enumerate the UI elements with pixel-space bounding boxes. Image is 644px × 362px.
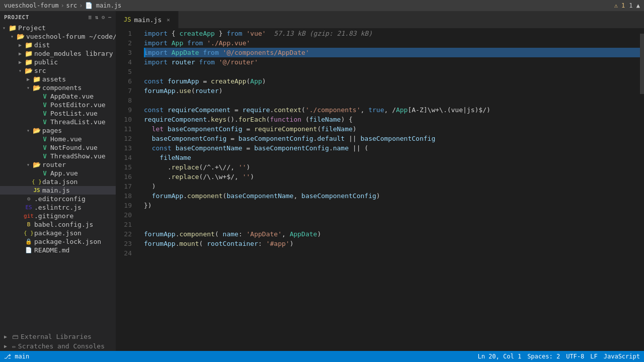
sidebar-item-router[interactable]: ▾📂router xyxy=(0,160,116,169)
tab-main-js[interactable]: JS main.js ✕ xyxy=(116,11,179,28)
line-count: 1 ▲ xyxy=(629,2,640,9)
sidebar-item-App.vue[interactable]: VApp.vue xyxy=(0,169,116,177)
tree-arrow: ▾ xyxy=(16,68,24,73)
line-ending[interactable]: LF xyxy=(590,353,597,360)
spaces[interactable]: Spaces: 2 xyxy=(527,353,560,360)
sidebar-item-src[interactable]: ▾📂src xyxy=(0,66,116,75)
breadcrumb-file: 📄 main.js xyxy=(85,2,122,9)
sidebar-item-scratches[interactable]: ▶ ✏ Scratches and Consoles xyxy=(0,341,116,351)
tree-label: README.md xyxy=(33,246,69,254)
code-line-19: }) xyxy=(144,201,640,210)
line-number-9: 9 xyxy=(116,105,132,115)
breadcrumb: vueschool-forum › src › 📄 main.js xyxy=(4,2,121,9)
sidebar-item-node_modules[interactable]: ▶📁node_modules library root xyxy=(0,49,116,58)
code-line-18: forumApp.component(baseComponentName, ba… xyxy=(144,191,640,201)
sidebar-item-NotFound.vue[interactable]: VNotFound.vue xyxy=(0,143,116,152)
sidebar-item-main.js[interactable]: JSmain.js xyxy=(0,186,116,195)
sidebar-item-package-lock.json[interactable]: 🔒package-lock.json xyxy=(0,237,116,246)
sidebar-item-ThreadShow.vue[interactable]: VThreadShow.vue xyxy=(0,152,116,160)
tree-file-icon: ⚙ xyxy=(24,196,33,202)
line-number-24: 24 xyxy=(116,248,132,258)
tree-label: dist xyxy=(33,41,50,49)
code-lines[interactable]: import { createApp } from 'vue' 57.13 kB… xyxy=(136,29,640,351)
close-sidebar-icon[interactable]: − xyxy=(108,14,112,21)
tree-label: assets xyxy=(41,75,66,83)
tree-file-icon: 📂 xyxy=(32,84,41,92)
code-line-21 xyxy=(144,220,640,229)
tree-file-icon: 📂 xyxy=(24,67,33,74)
sidebar-item-PostList.vue[interactable]: VPostList.vue xyxy=(0,109,116,118)
sidebar-item-.eslintrc.js[interactable]: ES.eslintrc.js xyxy=(0,203,116,212)
sidebar-item-public[interactable]: ▶📁public xyxy=(0,58,116,66)
sidebar-item-README.md[interactable]: 📄README.md xyxy=(0,246,116,254)
sidebar-item-.gitignore[interactable]: git.gitignore xyxy=(0,212,116,220)
line-number-18: 18 xyxy=(116,191,132,201)
code-line-1: import { createApp } from 'vue' 57.13 kB… xyxy=(144,29,640,38)
line-col[interactable]: Ln 20, Col 1 xyxy=(477,353,521,360)
code-line-22: forumApp.component( name: 'AppDate', App… xyxy=(144,229,640,239)
line-number-19: 19 xyxy=(116,201,132,210)
tree-file-icon: V xyxy=(40,110,49,117)
sidebar-item-vueschool-forum[interactable]: ▾📂vueschool-forum ~/code/vuesch xyxy=(0,32,116,41)
code-line-3: import AppDate from '@/components/AppDat… xyxy=(144,48,640,57)
sidebar-item-PostEditor.vue[interactable]: VPostEditor.vue xyxy=(0,101,116,109)
line-number-22: 22 xyxy=(116,229,132,239)
line-number-8: 8 xyxy=(116,96,132,105)
code-line-11: let baseComponentConfig = requireCompone… xyxy=(144,124,640,134)
tree-file-icon: 📁 xyxy=(24,41,33,49)
sidebar-item-pages[interactable]: ▾📂pages xyxy=(0,126,116,135)
sidebar-item-project-root[interactable]: ▾📁Project xyxy=(0,24,116,32)
code-line-2: import App from './App.vue' xyxy=(144,38,640,48)
code-line-24 xyxy=(144,248,640,258)
code-line-8 xyxy=(144,96,640,105)
tree-file-icon: 🔒 xyxy=(24,238,33,245)
tree-arrow: ▶ xyxy=(16,51,24,56)
minimap-thumb[interactable] xyxy=(640,34,644,94)
sidebar-item-babel.config.js[interactable]: Bbabel.config.js xyxy=(0,220,116,229)
sidebar-item-AppDate.vue[interactable]: VAppDate.vue xyxy=(0,92,116,101)
code-line-15: .replace(/^.+\//, '') xyxy=(144,162,640,172)
warn-icon: ⚠ 1 xyxy=(614,2,625,9)
sidebar-item-data.json[interactable]: { }data.json xyxy=(0,177,116,186)
external-libraries-icon: 🗃 xyxy=(12,333,19,340)
code-line-20 xyxy=(144,210,640,220)
sidebar-item-external-libraries[interactable]: ▶ 🗃 External Libraries xyxy=(0,332,116,341)
sidebar-item-components[interactable]: ▾📂components xyxy=(0,83,116,92)
tree-arrow: ▾ xyxy=(0,25,8,31)
line-number-5: 5 xyxy=(116,67,132,76)
sidebar-tree: ▾📁Project▾📂vueschool-forum ~/code/vuesch… xyxy=(0,24,116,332)
tree-file-icon: 📂 xyxy=(32,127,41,134)
editor-content[interactable]: 123456789101112131415161718192021222324 … xyxy=(116,29,644,351)
settings-icon[interactable]: ⚙ xyxy=(102,14,105,21)
tree-label: data.json xyxy=(41,178,77,186)
tree-file-icon: 📁 xyxy=(32,75,41,83)
tree-file-icon: V xyxy=(40,119,49,126)
tree-arrow: ▶ xyxy=(16,42,24,48)
tab-close-button[interactable]: ✕ xyxy=(167,17,170,23)
language[interactable]: JavaScript xyxy=(604,353,640,360)
sidebar-item-assets[interactable]: ▶📁assets xyxy=(0,75,116,83)
sidebar-item-dist[interactable]: ▶📁dist xyxy=(0,41,116,49)
tree-file-icon: V xyxy=(40,144,49,151)
sidebar-item-.editorconfig[interactable]: ⚙.editorconfig xyxy=(0,195,116,203)
tree-label: babel.config.js xyxy=(33,221,93,228)
sidebar-item-package.json[interactable]: { }package.json xyxy=(0,229,116,237)
tree-file-icon: git xyxy=(24,213,33,219)
sidebar-header-icons[interactable]: ≡ ⇅ ⚙ − xyxy=(89,14,112,21)
line-number-4: 4 xyxy=(116,57,132,67)
collapse-all-icon[interactable]: ≡ xyxy=(89,14,92,21)
sidebar-header: Project ≡ ⇅ ⚙ − xyxy=(0,11,116,24)
tree-arrow: ▾ xyxy=(24,85,32,90)
tree-file-icon: ES xyxy=(24,204,33,211)
sidebar-item-ThreadList.vue[interactable]: VThreadList.vue xyxy=(0,118,116,126)
scroll-to-icon[interactable]: ⇅ xyxy=(95,14,99,21)
tree-file-icon: B xyxy=(24,221,33,228)
breadcrumb-sep2: › xyxy=(79,2,83,9)
code-line-16: .replace(/\.\w+$/, '') xyxy=(144,172,640,182)
sidebar-item-Home.vue[interactable]: VHome.vue xyxy=(0,135,116,143)
git-branch[interactable]: ⎇ main xyxy=(4,353,29,360)
tab-label: main.js xyxy=(134,16,162,24)
encoding[interactable]: UTF-8 xyxy=(566,353,584,360)
line-number-6: 6 xyxy=(116,76,132,86)
line-number-23: 23 xyxy=(116,239,132,248)
